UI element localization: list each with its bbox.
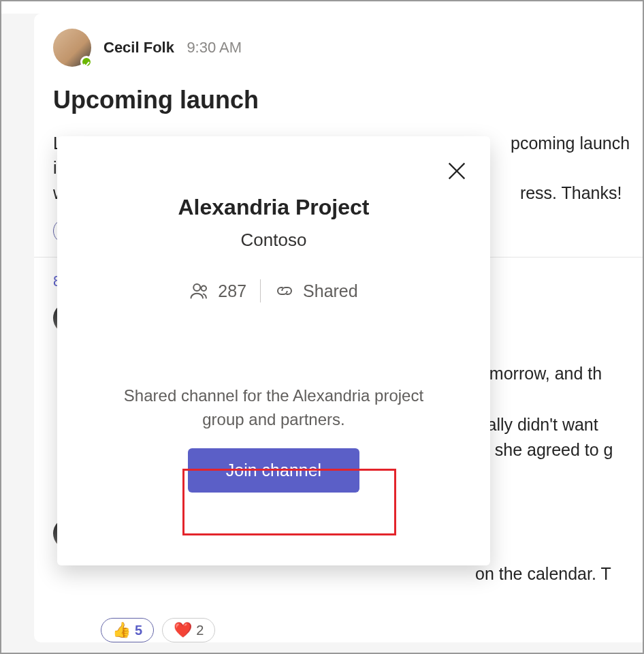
join-channel-button[interactable]: Join channel bbox=[188, 448, 359, 493]
reaction-count: 5 bbox=[135, 623, 142, 638]
member-count-value: 287 bbox=[218, 281, 246, 301]
close-icon bbox=[445, 159, 468, 183]
member-count: 287 bbox=[189, 281, 246, 301]
svg-point-1 bbox=[202, 286, 207, 292]
link-icon bbox=[274, 281, 295, 301]
reaction-heart[interactable]: ❤️ 2 bbox=[162, 618, 215, 642]
post-header: Cecil Folk 9:30 AM bbox=[53, 29, 644, 67]
reaction-count: 2 bbox=[196, 623, 204, 638]
post-author[interactable]: Cecil Folk bbox=[103, 39, 174, 56]
meta-divider bbox=[260, 279, 261, 302]
people-icon bbox=[189, 281, 210, 301]
thumbs-up-icon: 👍 bbox=[112, 621, 131, 639]
reaction-thumbs-up[interactable]: 👍 5 bbox=[101, 618, 154, 642]
post-title: Upcoming launch bbox=[53, 86, 644, 114]
close-button[interactable] bbox=[445, 159, 468, 183]
channel-info-popup: Alexandria Project Contoso 287 Shared Sh… bbox=[57, 136, 490, 565]
channel-description: Shared channel for the Alexandria projec… bbox=[82, 384, 466, 432]
channel-meta: 287 Shared bbox=[82, 279, 466, 302]
tenant-name: Contoso bbox=[82, 230, 466, 251]
channel-title: Alexandria Project bbox=[82, 195, 466, 220]
shared-label: Shared bbox=[303, 281, 358, 301]
shared-badge: Shared bbox=[274, 281, 358, 301]
svg-point-0 bbox=[194, 284, 201, 291]
reaction-bar-reply: 👍 5 ❤️ 2 bbox=[101, 618, 644, 642]
presence-available-icon bbox=[80, 56, 93, 68]
post-timestamp: 9:30 AM bbox=[187, 39, 242, 56]
author-avatar[interactable] bbox=[53, 29, 91, 67]
heart-icon: ❤️ bbox=[174, 621, 192, 639]
